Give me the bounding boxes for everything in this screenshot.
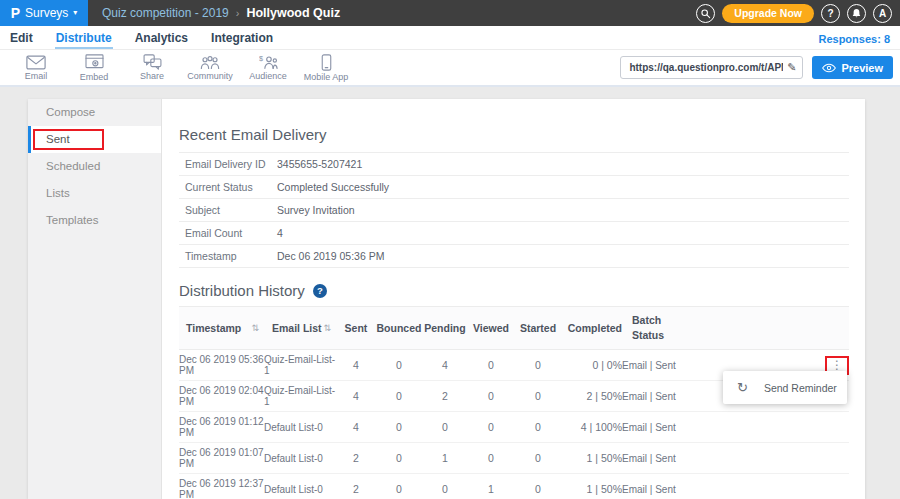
- col-batch-status-label: Batch Status: [622, 313, 674, 343]
- row3-actions: [710, 412, 849, 443]
- tab-edit[interactable]: Edit: [9, 31, 34, 49]
- email-count-label: Email Count: [185, 227, 277, 239]
- toolbar-community-button[interactable]: Community: [181, 55, 239, 81]
- tab-analytics[interactable]: Analytics: [134, 31, 189, 49]
- row2-timestamp: Dec 06 2019 02:04 PM: [179, 381, 264, 412]
- history-row-5: Dec 06 2019 12:37 PM Default List-0 2 0 …: [179, 474, 849, 499]
- history-row-4: Dec 06 2019 01:07 PM Default List-0 2 0 …: [179, 443, 849, 474]
- row3-timestamp: Dec 06 2019 01:12 PM: [179, 412, 264, 443]
- help-button[interactable]: ?: [821, 4, 840, 23]
- row4-timestamp: Dec 06 2019 01:07 PM: [179, 443, 264, 474]
- col-timestamp-label: Timestamp: [186, 322, 241, 334]
- history-header-row: Timestamp ⇅ Email List ⇅ Sent: [179, 307, 849, 350]
- sidebar-item-compose[interactable]: Compose: [28, 99, 161, 126]
- delivery-row-id: Email Delivery ID 3455655-5207421: [179, 153, 849, 176]
- account-avatar[interactable]: A: [873, 4, 892, 23]
- preview-button[interactable]: Preview: [812, 56, 893, 79]
- toolbar-mobile-app-button[interactable]: Mobile App: [297, 54, 355, 82]
- bell-icon: [851, 8, 862, 19]
- row3-pending: 0: [422, 412, 468, 443]
- sidebar-item-scheduled[interactable]: Scheduled: [28, 153, 161, 180]
- edit-url-pencil-icon[interactable]: ✎: [785, 61, 802, 74]
- row2-email-list: Quiz-Email-List-1: [264, 381, 336, 412]
- row5-email-list: Default List-0: [264, 474, 336, 499]
- col-started: Started: [514, 307, 562, 350]
- audience-dollar-people-icon: $: [259, 54, 278, 70]
- col-timestamp[interactable]: Timestamp ⇅: [179, 307, 264, 350]
- toolbar-right-group: ✎ Preview: [620, 56, 900, 79]
- row2-viewed: 0: [468, 381, 514, 412]
- toolbar-audience-button[interactable]: $ Audience: [239, 54, 297, 81]
- distribute-toolbar: Email Embed Share Community $: [0, 50, 900, 87]
- row5-actions: [710, 474, 849, 499]
- row2-sent: 4: [336, 381, 376, 412]
- col-email-list[interactable]: Email List ⇅: [264, 307, 336, 350]
- tab-distribute[interactable]: Distribute: [55, 31, 113, 49]
- mobile-phone-icon: [321, 54, 332, 71]
- delivery-details-table: Email Delivery ID 3455655-5207421 Curren…: [179, 152, 849, 268]
- delivery-row-subject: Subject Survey Invitation: [179, 199, 849, 222]
- row3-sent: 4: [336, 412, 376, 443]
- toolbar-community-label: Community: [187, 71, 233, 81]
- delivery-row-email-count: Email Count 4: [179, 222, 849, 245]
- toolbar-embed-label: Embed: [80, 72, 109, 82]
- row5-bounced: 0: [376, 474, 422, 499]
- upgrade-now-button[interactable]: Upgrade Now: [722, 4, 814, 23]
- delivery-row-timestamp: Timestamp Dec 06 2019 05:36 PM: [179, 245, 849, 268]
- sort-icon[interactable]: ⇅: [323, 323, 336, 333]
- row5-batch-status: Email | Sent: [622, 474, 710, 499]
- survey-url-input[interactable]: [621, 62, 785, 73]
- notifications-button[interactable]: [847, 4, 866, 23]
- row1-sent: 4: [336, 350, 376, 381]
- toolbar-embed-button[interactable]: Embed: [65, 54, 123, 82]
- distribution-history-title: Distribution History ?: [179, 282, 849, 299]
- sidebar-item-lists[interactable]: Lists: [28, 180, 161, 207]
- search-button[interactable]: [696, 4, 715, 23]
- row3-viewed: 0: [468, 412, 514, 443]
- sidebar-item-sent[interactable]: Sent: [28, 126, 161, 153]
- row-menu-kebab-icon[interactable]: ⋮: [831, 358, 843, 372]
- question-mark-icon: ?: [827, 8, 833, 19]
- toolbar-email-label: Email: [25, 71, 48, 81]
- chat-bubbles-icon: [143, 54, 162, 70]
- tab-integration[interactable]: Integration: [210, 31, 274, 49]
- row2-started: 0: [514, 381, 562, 412]
- row4-completed: 1 | 50%: [562, 443, 622, 474]
- col-pending: Pending: [422, 307, 468, 350]
- row2-batch-status: Email | Sent: [622, 381, 710, 412]
- toolbar-email-button[interactable]: Email: [7, 55, 65, 81]
- col-bounced: Bounced: [376, 307, 422, 350]
- questionpro-logo[interactable]: P: [11, 5, 20, 21]
- row1-email-list: Quiz-Email-List-1: [264, 350, 336, 381]
- toolbar-share-button[interactable]: Share: [123, 54, 181, 81]
- row3-completed: 4 | 100%: [562, 412, 622, 443]
- col-email-list-label: Email List: [272, 322, 322, 334]
- sent-panel-card: Compose Sent Scheduled Lists Templates R…: [28, 99, 865, 499]
- row2-completed: 2 | 50%: [562, 381, 622, 412]
- surveys-product-menu[interactable]: P Surveys ▾: [0, 0, 88, 26]
- row5-started: 0: [514, 474, 562, 499]
- breadcrumb-survey-name: Hollywood Quiz: [246, 6, 340, 20]
- subject-value: Survey Invitation: [277, 204, 355, 216]
- sidebar-item-templates[interactable]: Templates: [28, 207, 161, 234]
- row4-bounced: 0: [376, 443, 422, 474]
- survey-url-box: ✎: [620, 56, 803, 79]
- search-icon: [700, 8, 711, 19]
- send-reminder-clock-icon: ↻: [737, 381, 748, 394]
- row1-completed: 0 | 0%: [562, 350, 622, 381]
- people-group-icon: [200, 55, 220, 70]
- row4-batch-status: Email | Sent: [622, 443, 710, 474]
- send-reminder-menu-item[interactable]: Send Reminder: [764, 382, 837, 394]
- app-window: P Surveys ▾ Quiz competition - 2019 › Ho…: [0, 0, 900, 499]
- responses-count-link[interactable]: Responses: 8: [818, 33, 890, 49]
- breadcrumb: Quiz competition - 2019 › Hollywood Quiz: [102, 6, 340, 20]
- row1-pending: 4: [422, 350, 468, 381]
- breadcrumb-folder[interactable]: Quiz competition - 2019: [102, 6, 229, 20]
- current-status-value: Completed Successfully: [277, 181, 389, 193]
- sort-icon[interactable]: ⇅: [251, 323, 264, 333]
- row2-bounced: 0: [376, 381, 422, 412]
- history-help-button[interactable]: ?: [313, 284, 327, 298]
- col-viewed: Viewed: [468, 307, 514, 350]
- timestamp-label: Timestamp: [185, 250, 277, 262]
- survey-nav-tabs: Edit Distribute Analytics Integration Re…: [0, 26, 900, 50]
